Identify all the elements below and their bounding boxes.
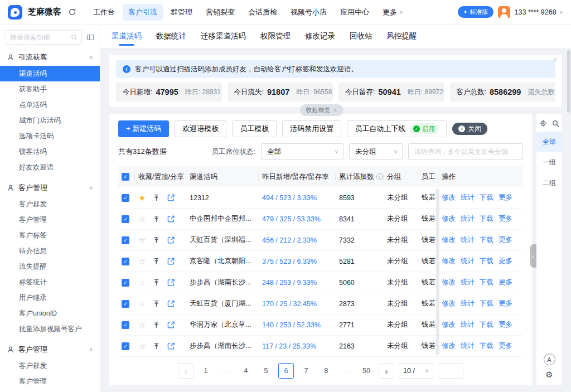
channel-name[interactable]: 天虹百货（深圳福... (186, 230, 259, 251)
star-icon[interactable] (138, 299, 146, 308)
edit-link[interactable]: 修改 (442, 236, 456, 244)
share-icon[interactable] (167, 215, 175, 222)
channel-name[interactable]: 12312 (186, 187, 259, 209)
yesterday-stats[interactable]: 375 / 523 / 6.33% (259, 251, 336, 272)
close-feature-tag[interactable]: 关闭 (452, 123, 487, 135)
rail-item-all-groups[interactable]: 全部 (536, 132, 562, 152)
page-1[interactable]: 1 (198, 363, 214, 379)
pin-top-icon[interactable] (153, 342, 160, 350)
pin-top-icon[interactable] (153, 236, 160, 244)
tab-risk-reminder[interactable]: 风控提醒 (387, 25, 417, 48)
pages-ellipsis[interactable]: ··· (218, 363, 234, 379)
yesterday-stats[interactable]: 494 / 523 / 3.33% (259, 187, 336, 209)
sidebar-item-customer-tags-2[interactable]: 客户标签 (0, 389, 100, 392)
table-scrollbar[interactable] (436, 188, 439, 355)
page-7[interactable]: 7 (298, 363, 314, 379)
share-icon[interactable] (167, 342, 175, 350)
pin-top-icon[interactable] (153, 321, 160, 328)
stats-link[interactable]: 统计 (461, 215, 475, 222)
sidebar-item-city-store-qrcode[interactable]: 城市门店活码 (0, 113, 100, 128)
sidebar-item-customer-management-2[interactable]: 客户管理 (0, 374, 100, 389)
nav-workbench[interactable]: 工作台 (88, 4, 120, 21)
refresh-icon[interactable] (68, 8, 76, 16)
gear-icon[interactable] (545, 370, 553, 379)
sidebar-item-lock-qrcode[interactable]: 锁客活码 (0, 144, 100, 159)
stats-link[interactable]: 统计 (461, 257, 475, 265)
sidebar-item-churn-reminder[interactable]: 流失提醒 (0, 259, 100, 274)
collapse-overview-button[interactable]: 收起概览 (300, 104, 343, 116)
qrcode-search-input[interactable] (408, 143, 523, 160)
edit-link[interactable]: 修改 (442, 193, 456, 201)
welcome-template-button[interactable]: 欢迎语模板 (175, 120, 226, 137)
new-qrcode-button[interactable]: + 新建活码 (118, 120, 169, 137)
row-checkbox[interactable] (122, 194, 129, 202)
share-icon[interactable] (167, 236, 175, 244)
auto-online-button[interactable]: 员工自动上下线 启用 (347, 120, 447, 137)
edit-link[interactable]: 修改 (442, 299, 456, 307)
stats-link[interactable]: 统计 (461, 278, 475, 286)
download-link[interactable]: 下载 (480, 236, 493, 244)
download-link[interactable]: 下载 (480, 193, 493, 201)
row-checkbox[interactable] (122, 215, 129, 223)
more-link[interactable]: 更多 (499, 342, 512, 350)
sidebar-group-header[interactable]: 客户管理 (0, 180, 100, 196)
page-50[interactable]: 50 (359, 363, 374, 379)
sidebar-item-order-qrcode[interactable]: 点单活码 (0, 97, 100, 113)
sidebar-group-header[interactable]: 引流获客 (0, 49, 100, 66)
disable-setting-button[interactable]: 活码禁用设置 (282, 120, 341, 137)
sidebar-item-acquisition-assistant[interactable]: 获客助手 (0, 81, 100, 97)
page-jump-input[interactable] (438, 363, 463, 379)
tab-channel-qrcode[interactable]: 渠道活码 (112, 25, 142, 48)
nav-more[interactable]: 更多 (377, 4, 409, 21)
more-link[interactable]: 更多 (499, 193, 512, 201)
tab-migrate-qrcode[interactable]: 迁移渠道活码 (201, 25, 246, 48)
share-icon[interactable] (167, 279, 175, 286)
download-link[interactable]: 下载 (480, 278, 493, 286)
more-link[interactable]: 更多 (499, 257, 512, 265)
sidebar-item-channel-qrcode[interactable]: 渠道活码 (0, 66, 100, 81)
yesterday-stats[interactable]: 170 / 25 / 32.45% (259, 293, 336, 314)
nav-group-management[interactable]: 群管理 (165, 4, 198, 21)
group-filter-select[interactable]: 未分组 (349, 143, 403, 160)
sidebar-item-customer-tags[interactable]: 客户标签 (0, 228, 100, 243)
channel-name[interactable]: 步步高（湖南长沙... (186, 336, 259, 357)
star-icon[interactable] (138, 321, 146, 329)
close-icon[interactable] (553, 55, 558, 64)
sidebar-item-customer-unionid[interactable]: 客户unionID (0, 306, 100, 321)
rail-item-group-2[interactable]: 二组 (536, 173, 562, 193)
nav-app-center[interactable]: 应用中心 (335, 4, 375, 21)
yesterday-stats[interactable]: 479 / 325 / 53.33% (259, 209, 336, 230)
stats-link[interactable]: 统计 (461, 193, 475, 201)
edit-link[interactable]: 修改 (442, 215, 456, 222)
account-menu[interactable]: 133 **** 9268 (515, 8, 563, 16)
collapse-drawer-handle[interactable] (530, 244, 536, 268)
nav-customer-acquisition[interactable]: 客户引流 (123, 4, 163, 21)
sidebar-item-tab-qrcode[interactable]: 选项卡活码 (0, 128, 100, 144)
sidebar-item-friend-welcome[interactable]: 好友欢迎语 (0, 159, 100, 175)
stats-link[interactable]: 统计 (461, 236, 475, 244)
nav-marketing-fission[interactable]: 营销裂变 (200, 4, 240, 21)
search-icon[interactable] (552, 120, 559, 127)
row-checkbox[interactable] (122, 279, 129, 287)
yesterday-stats[interactable]: 248 / 253 / 9.33% (259, 272, 336, 293)
more-link[interactable]: 更多 (499, 321, 512, 328)
stats-link[interactable]: 统计 (461, 321, 475, 328)
channel-name[interactable]: 步步高（湖南长沙... (186, 272, 259, 293)
row-checkbox[interactable] (122, 300, 129, 308)
sidebar-item-user-inherit[interactable]: 用户继承 (0, 290, 100, 306)
more-link[interactable]: 更多 (499, 215, 512, 222)
row-checkbox[interactable] (122, 342, 129, 350)
edit-link[interactable]: 修改 (442, 278, 456, 286)
page-8[interactable]: 8 (318, 363, 334, 379)
tab-recycle-bin[interactable]: 回收站 (350, 25, 372, 48)
download-link[interactable]: 下载 (480, 257, 493, 265)
pin-top-icon[interactable] (153, 258, 160, 265)
stats-link[interactable]: 统计 (461, 299, 475, 307)
pin-top-icon[interactable] (153, 279, 160, 286)
share-icon[interactable] (167, 300, 175, 307)
star-icon[interactable] (138, 342, 146, 350)
yesterday-stats[interactable]: 456 / 212 / 2.33% (259, 230, 336, 251)
tab-permission[interactable]: 权限管理 (260, 25, 291, 48)
share-icon[interactable] (167, 321, 175, 328)
row-checkbox[interactable] (122, 236, 129, 244)
